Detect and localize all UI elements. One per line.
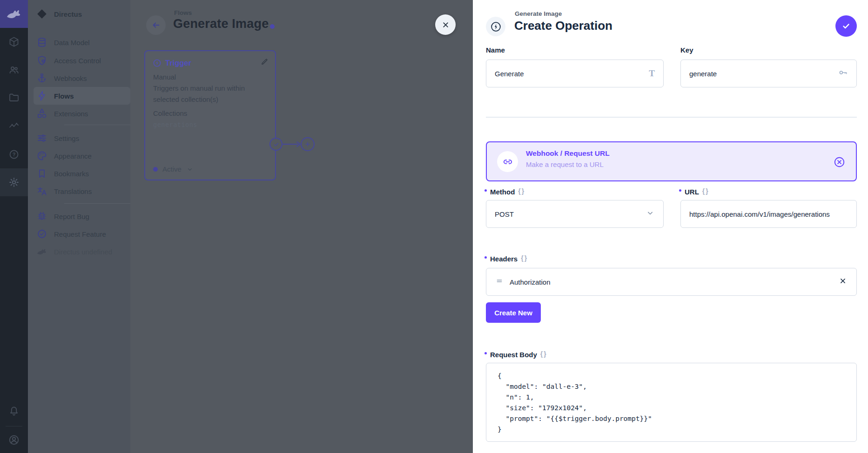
sidebar-item-translations[interactable]: Translations (36, 182, 128, 200)
close-drawer-button[interactable] (435, 14, 456, 35)
sidebar-item-bookmarks[interactable]: Bookmarks (36, 165, 128, 182)
save-operation-button[interactable] (835, 15, 857, 37)
name-label: Name (486, 46, 505, 54)
module-content[interactable] (0, 32, 28, 52)
required-dot (484, 256, 487, 259)
breadcrumb[interactable]: Flows (174, 9, 192, 16)
category-icon (36, 108, 47, 119)
check-icon (273, 141, 280, 148)
sidebar-item-request-feature[interactable]: Request Feature (36, 225, 128, 243)
avatar-icon (8, 434, 20, 446)
folder-icon (8, 92, 20, 103)
module-files[interactable] (0, 87, 28, 108)
key-label: Key (680, 46, 693, 54)
drawer-title: Create Operation (514, 19, 612, 33)
banner-title: Webhook / Request URL (526, 149, 610, 158)
trigger-type: Manual (153, 72, 264, 83)
request-body-code[interactable]: { "model": "dall-e-3", "n": 1, "size": "… (486, 363, 856, 442)
sidebar-item-flows[interactable]: Flows (34, 87, 130, 105)
box-icon (8, 36, 20, 47)
help-icon: ? (8, 149, 20, 160)
translate-icon (36, 186, 47, 197)
rabbit-icon (36, 246, 47, 257)
sidebar-item-label: Request Feature (54, 230, 106, 238)
required-dot (679, 189, 681, 192)
drag-handle-icon[interactable] (496, 277, 503, 286)
sidebar-item-data-model[interactable]: Data Model (36, 33, 128, 51)
raw-value-icon[interactable]: {} (702, 187, 709, 195)
bolt-circle-icon (153, 59, 161, 67)
sidebar-item-settings[interactable]: Settings (36, 129, 128, 147)
bolt-circle-icon (490, 21, 502, 33)
tune-icon (36, 133, 47, 144)
directus-logo-tile[interactable] (0, 0, 28, 28)
key-field[interactable] (680, 60, 857, 87)
module-settings[interactable] (0, 172, 28, 193)
users-icon (8, 64, 20, 75)
trigger-panel[interactable]: Trigger Manual Triggers on manual run wi… (144, 50, 276, 180)
section-divider (486, 117, 857, 118)
bolt-icon (36, 90, 47, 101)
url-input[interactable] (689, 210, 848, 218)
sidebar-item-appearance[interactable]: Appearance (36, 147, 128, 165)
page-title: Generate Image (173, 17, 269, 31)
back-button[interactable] (146, 15, 166, 35)
flow-status-toggle[interactable]: Active (153, 165, 194, 173)
operation-icon-circle (486, 17, 505, 36)
request-body-label: Request Body {} (489, 351, 547, 359)
sidebar-item-access-control[interactable]: Access Control (36, 52, 128, 69)
headers-label: Headers {} (489, 255, 528, 263)
check-icon (841, 21, 851, 31)
sidebar-item-label: Translations (54, 187, 92, 195)
trigger-panel-body: Manual Triggers on manual run within sel… (153, 72, 264, 130)
activity-chart-icon (8, 120, 20, 131)
notifications-button[interactable] (0, 401, 28, 421)
trigger-panel-header: Trigger (153, 59, 191, 67)
sidebar-item-extensions[interactable]: Extensions (36, 105, 128, 122)
method-label: Method {} (489, 188, 525, 196)
name-input[interactable] (495, 70, 649, 78)
module-users[interactable] (0, 60, 28, 80)
url-label: URL {} (683, 188, 709, 196)
sidebar-item-label: Extensions (54, 110, 88, 118)
deselect-operation-button[interactable] (833, 156, 846, 170)
add-operation-node[interactable] (301, 137, 315, 151)
user-avatar[interactable] (0, 430, 28, 450)
anchor-icon (36, 73, 47, 84)
link-icon-circle (497, 151, 518, 172)
key-input[interactable] (689, 70, 838, 78)
project-name: Directus (54, 10, 82, 18)
bug-icon (36, 211, 47, 222)
sidebar-item-webhooks[interactable]: Webhooks (36, 69, 128, 87)
create-new-header-button[interactable]: Create New (486, 302, 541, 323)
name-field[interactable]: T (486, 60, 664, 87)
header-key-value[interactable]: Authorization (510, 278, 832, 286)
operation-type-banner[interactable]: Webhook / Request URL Make a request to … (486, 141, 857, 181)
sidebar-item-label: Bookmarks (54, 170, 89, 178)
sidebar-item-label: Directus undefined (54, 248, 112, 256)
module-bar: ? (0, 0, 28, 453)
raw-value-icon[interactable]: {} (518, 187, 525, 195)
key-icon (838, 67, 848, 80)
module-help[interactable]: ? (0, 144, 28, 165)
sidebar-item-label: Data Model (54, 39, 90, 47)
remove-header-button[interactable] (839, 277, 847, 287)
request-body-editor[interactable]: { "model": "dall-e-3", "n": 1, "size": "… (486, 363, 857, 442)
sidebar-item-report-bug[interactable]: Report Bug (36, 207, 128, 225)
edit-trigger-button[interactable] (261, 58, 269, 67)
raw-value-icon[interactable]: {} (540, 350, 547, 358)
url-field[interactable] (680, 200, 857, 228)
header-row[interactable]: Authorization (486, 268, 857, 296)
project-header[interactable]: Directus (36, 6, 129, 22)
circled-x-icon (833, 156, 846, 168)
title-icon: T (649, 68, 655, 79)
trigger-resolve-node[interactable] (269, 138, 283, 151)
trigger-description: Triggers on manual run within selected c… (153, 83, 264, 105)
sidebar-item-label: Report Bug (54, 213, 89, 220)
required-dot (484, 189, 487, 192)
module-insights[interactable] (0, 115, 28, 136)
pencil-icon (261, 58, 269, 66)
raw-value-icon[interactable]: {} (521, 254, 528, 262)
method-select[interactable]: POST (486, 200, 664, 228)
drawer-breadcrumb: Generate Image (515, 10, 562, 17)
